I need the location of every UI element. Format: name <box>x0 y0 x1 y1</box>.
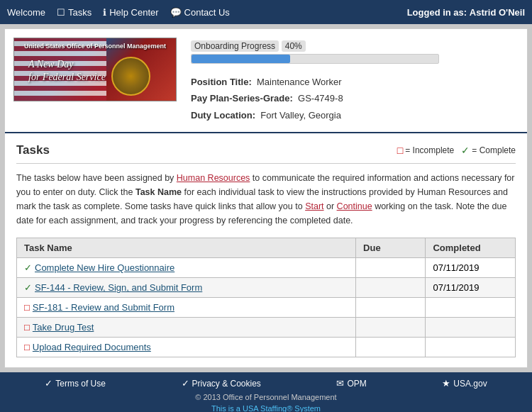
header-section: United States Office of Personnel Manage… <box>5 29 527 133</box>
complete-icon: ✓ <box>461 145 470 156</box>
nav-help-center[interactable]: ℹ Help Center <box>103 7 158 18</box>
table-row: □Upload Required Documents <box>17 338 516 357</box>
incomplete-row-icon: □ <box>24 322 30 333</box>
task-completed-cell: 07/11/2019 <box>426 258 516 278</box>
col-header-due: Due <box>356 238 426 258</box>
task-link[interactable]: SF-144 - Review, Sign, and Submit Form <box>35 282 202 293</box>
usa-gov-label: USA.gov <box>453 379 487 389</box>
nav-contact-us[interactable]: 💬 Contact Us <box>170 7 230 18</box>
task-completed-cell <box>426 298 516 318</box>
table-row: □Take Drug Test <box>17 318 516 338</box>
legend-incomplete: □ = Incomplete <box>397 145 455 156</box>
continue-link[interactable]: Continue <box>337 201 372 211</box>
opm-banner-image: United States Office of Personnel Manage… <box>13 38 177 101</box>
header-info: Onboarding Progress 40% Position Title: … <box>191 38 519 123</box>
footer-sub-text: This is a USA Staffing® System <box>7 404 525 412</box>
star-icon: ★ <box>442 378 450 389</box>
nav-welcome[interactable]: Welcome <box>7 7 45 18</box>
progress-percent-badge: 40% <box>282 40 306 52</box>
top-navigation: Welcome ☐ Tasks ℹ Help Center 💬 Contact … <box>0 0 532 24</box>
tasks-table: Task Name Due Completed ✓Complete New Hi… <box>16 238 516 357</box>
tasks-header: Tasks □ = Incomplete ✓ = Complete <box>16 143 516 157</box>
opm-seal <box>111 57 150 96</box>
opm-title-text: United States Office of Personnel Manage… <box>24 43 166 50</box>
table-row: ✓SF-144 - Review, Sign, and Submit Form … <box>17 278 516 298</box>
privacy-check-icon: ✓ <box>182 378 189 389</box>
complete-row-icon: ✓ <box>24 262 32 273</box>
task-due-cell <box>356 258 426 278</box>
logged-in-label: Logged in as: <box>407 7 467 18</box>
position-title-row: Position Title: Maintenance Worker <box>191 74 519 90</box>
terms-label: Terms of Use <box>55 379 106 389</box>
pay-plan-value: GS-4749-8 <box>298 93 343 104</box>
duty-location-row: Duty Location: Fort Valley, Georgia <box>191 107 519 123</box>
help-icon: ℹ <box>103 7 106 18</box>
pay-plan-label: Pay Plan-Series-Grade: <box>191 93 293 104</box>
tasks-description: The tasks below have been assigned by Hu… <box>16 171 516 228</box>
legend-complete: ✓ = Complete <box>461 145 516 156</box>
footer-links: ✓ Terms of Use ✓ Privacy & Cookies ✉ OPM… <box>7 378 525 389</box>
tasks-nav-icon: ☐ <box>57 7 65 18</box>
contact-icon: 💬 <box>170 7 182 18</box>
duty-location-label: Duty Location: <box>191 110 255 121</box>
banner-overlay-text: A New Day for Federal Service <box>28 58 106 84</box>
nav-tasks[interactable]: ☐ Tasks <box>57 7 92 18</box>
position-title-value: Maintenance Worker <box>257 77 342 87</box>
onboarding-progress-section: Onboarding Progress 40% <box>191 40 519 64</box>
opm-link[interactable]: ✉ OPM <box>336 378 366 389</box>
position-info: Position Title: Maintenance Worker Pay P… <box>191 74 519 123</box>
duty-location-value: Fort Valley, Georgia <box>260 110 341 121</box>
tasks-table-body: ✓Complete New Hire Questionnaire 07/11/2… <box>17 258 516 357</box>
tasks-title: Tasks <box>16 143 50 157</box>
terms-check-icon: ✓ <box>45 378 52 389</box>
task-link[interactable]: Upload Required Documents <box>33 342 151 352</box>
incomplete-row-icon: □ <box>24 302 30 313</box>
opm-label: OPM <box>347 379 366 389</box>
col-header-completed: Completed <box>426 238 516 258</box>
incomplete-icon: □ <box>397 145 403 156</box>
user-name: Astrid O'Neil <box>470 7 525 18</box>
incomplete-label: = Incomplete <box>405 145 454 155</box>
task-link[interactable]: SF-181 - Review and Submit Form <box>33 302 174 313</box>
task-name-cell: □Upload Required Documents <box>17 338 356 357</box>
hr-link[interactable]: Human Resources <box>177 173 250 183</box>
tasks-legend: □ = Incomplete ✓ = Complete <box>397 145 516 156</box>
task-completed-cell <box>426 318 516 338</box>
usa-gov-link[interactable]: ★ USA.gov <box>442 378 487 389</box>
progress-label: Onboarding Progress 40% <box>191 40 519 51</box>
main-container: United States Office of Personnel Manage… <box>4 28 528 368</box>
start-link[interactable]: Start <box>305 201 323 211</box>
table-row: ✓Complete New Hire Questionnaire 07/11/2… <box>17 258 516 278</box>
footer: ✓ Terms of Use ✓ Privacy & Cookies ✉ OPM… <box>0 372 532 412</box>
table-row: □SF-181 - Review and Submit Form <box>17 298 516 318</box>
task-due-cell <box>356 278 426 298</box>
terms-of-use-link[interactable]: ✓ Terms of Use <box>45 378 106 389</box>
task-completed-cell <box>426 338 516 357</box>
task-link[interactable]: Complete New Hire Questionnaire <box>35 262 174 273</box>
task-name-cell: □SF-181 - Review and Submit Form <box>17 298 356 318</box>
task-due-cell <box>356 338 426 357</box>
col-header-task-name: Task Name <box>17 238 356 258</box>
task-link[interactable]: Take Drug Test <box>33 322 94 333</box>
incomplete-row-icon: □ <box>24 342 30 352</box>
progress-bar-background <box>191 54 439 64</box>
onboarding-label: Onboarding Progress <box>191 40 279 52</box>
tasks-divider <box>16 163 516 164</box>
pay-plan-row: Pay Plan-Series-Grade: GS-4749-8 <box>191 90 519 106</box>
complete-row-icon: ✓ <box>24 282 32 293</box>
logged-in-area: Logged in as: Astrid O'Neil <box>407 7 525 18</box>
progress-bar-fill <box>192 55 290 63</box>
nav-links: Welcome ☐ Tasks ℹ Help Center 💬 Contact … <box>7 7 407 18</box>
task-name-cell: □Take Drug Test <box>17 318 356 338</box>
table-header-row: Task Name Due Completed <box>17 238 516 258</box>
privacy-cookies-link[interactable]: ✓ Privacy & Cookies <box>182 378 261 389</box>
complete-label: = Complete <box>472 145 516 155</box>
position-title-label: Position Title: <box>191 77 252 87</box>
footer-copyright: © 2013 Office of Personnel Management <box>7 393 525 401</box>
opm-icon: ✉ <box>336 378 344 389</box>
tasks-section: Tasks □ = Incomplete ✓ = Complete The ta… <box>5 133 527 367</box>
privacy-label: Privacy & Cookies <box>192 379 261 389</box>
task-completed-cell: 07/11/2019 <box>426 278 516 298</box>
tasks-table-header: Task Name Due Completed <box>17 238 516 258</box>
task-name-cell: ✓Complete New Hire Questionnaire <box>17 258 356 278</box>
